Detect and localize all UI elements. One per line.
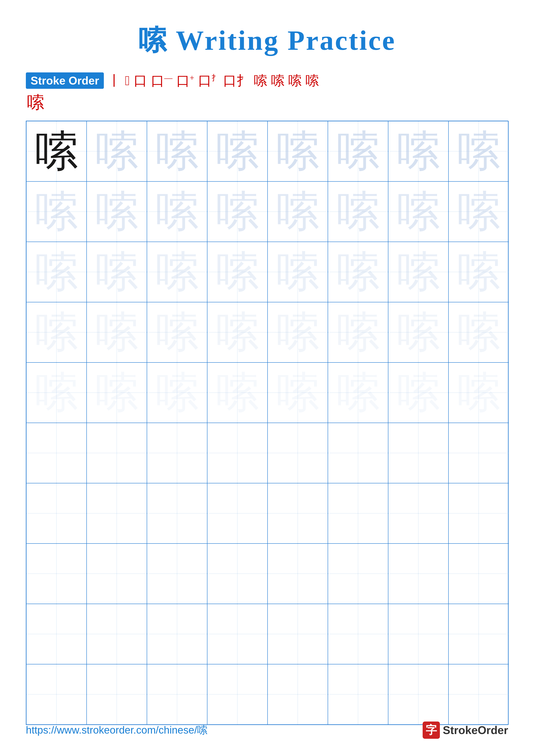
grid-cell-r6c1[interactable] [26,423,87,483]
grid-cell-r8c7[interactable] [388,544,448,604]
grid-cell-r6c3[interactable] [147,423,207,483]
grid-cell-r2c4[interactable]: 嗦 [207,181,267,242]
grid-cell-r4c7[interactable]: 嗦 [388,302,448,363]
grid-cell-r6c5[interactable] [267,423,328,483]
grid-cell-r9c1[interactable] [26,604,87,664]
grid-cell-r3c1[interactable]: 嗦 [26,242,87,302]
char-light: 嗦 [457,182,500,241]
grid-cell-r4c1[interactable]: 嗦 [26,302,87,363]
grid-cell-r7c3[interactable] [147,483,207,544]
grid-cell-r5c7[interactable]: 嗦 [388,363,448,423]
grid-cell-r9c8[interactable] [448,604,509,664]
grid-cell-r4c4[interactable]: 嗦 [207,302,267,363]
grid-cell-r3c5[interactable]: 嗦 [267,242,328,302]
footer: https://www.strokeorder.com/chinese/嗦 字 … [0,721,534,739]
char-light: 嗦 [95,303,138,362]
grid-cell-r10c4[interactable] [207,664,267,724]
grid-cell-r1c3[interactable]: 嗦 [147,121,207,181]
grid-cell-r1c7[interactable]: 嗦 [388,121,448,181]
grid-cell-r4c8[interactable]: 嗦 [448,302,509,363]
grid-cell-r5c4[interactable]: 嗦 [207,363,267,423]
grid-cell-r6c6[interactable] [328,423,388,483]
grid-cell-r5c2[interactable]: 嗦 [87,363,147,423]
grid-cell-r3c2[interactable]: 嗦 [87,242,147,302]
grid-cell-r9c5[interactable] [267,604,328,664]
grid-cell-r2c6[interactable]: 嗦 [328,181,388,242]
grid-cell-r4c3[interactable]: 嗦 [147,302,207,363]
char-light: 嗦 [337,303,380,362]
grid-cell-r6c2[interactable] [87,423,147,483]
grid-cell-r2c1[interactable]: 嗦 [26,181,87,242]
char-light: 嗦 [156,122,199,180]
grid-cell-r7c1[interactable] [26,483,87,544]
grid-cell-r8c6[interactable] [328,544,388,604]
grid-cell-r10c2[interactable] [87,664,147,724]
page-title: 嗦 Writing Practice [138,21,396,60]
char-light: 嗦 [457,122,500,180]
grid-cell-r10c3[interactable] [147,664,207,724]
char-light: 嗦 [216,243,259,301]
stroke-order-section: Stroke Order 丨 𠃍 口 口— 口+ 口扌 口扌 嗦 嗦 嗦 嗦 嗦 [26,72,508,114]
grid-cell-r9c3[interactable] [147,604,207,664]
grid-cell-r4c5[interactable]: 嗦 [267,302,328,363]
grid-cell-r1c8[interactable]: 嗦 [448,121,509,181]
grid-cell-r8c4[interactable] [207,544,267,604]
grid-cell-r7c4[interactable] [207,483,267,544]
grid-cell-r1c2[interactable]: 嗦 [87,121,147,181]
grid-cell-r1c4[interactable]: 嗦 [207,121,267,181]
grid-cell-r10c5[interactable] [267,664,328,724]
grid-cell-r2c7[interactable]: 嗦 [388,181,448,242]
grid-cell-r7c7[interactable] [388,483,448,544]
grid-cell-r1c5[interactable]: 嗦 [267,121,328,181]
grid-cell-r9c7[interactable] [388,604,448,664]
grid-cell-r10c7[interactable] [388,664,448,724]
grid-cell-r4c6[interactable]: 嗦 [328,302,388,363]
grid-cell-r8c2[interactable] [87,544,147,604]
grid-cell-r5c1[interactable]: 嗦 [26,363,87,423]
grid-cell-r3c4[interactable]: 嗦 [207,242,267,302]
grid-cell-r8c3[interactable] [147,544,207,604]
grid-cell-r10c6[interactable] [328,664,388,724]
grid-cell-r1c1[interactable]: 嗦 [26,121,87,181]
stroke-2: 𠃍 [125,74,130,87]
grid-cell-r8c1[interactable] [26,544,87,604]
char-light: 嗦 [397,364,440,422]
grid-cell-r7c5[interactable] [267,483,328,544]
grid-cell-r7c2[interactable] [87,483,147,544]
char-light: 嗦 [156,364,199,422]
grid-cell-r1c6[interactable]: 嗦 [328,121,388,181]
grid-cell-r6c7[interactable] [388,423,448,483]
char-dark: 嗦 [35,122,78,180]
grid-cell-r2c2[interactable]: 嗦 [87,181,147,242]
footer-url[interactable]: https://www.strokeorder.com/chinese/嗦 [26,723,207,737]
grid-cell-r6c8[interactable] [448,423,509,483]
grid-cell-r10c8[interactable] [448,664,509,724]
grid-cell-r7c8[interactable] [448,483,509,544]
grid-cell-r3c8[interactable]: 嗦 [448,242,509,302]
char-light: 嗦 [35,303,78,362]
grid-cell-r3c7[interactable]: 嗦 [388,242,448,302]
grid-cell-r5c5[interactable]: 嗦 [267,363,328,423]
grid-cell-r2c8[interactable]: 嗦 [448,181,509,242]
grid-cell-r7c6[interactable] [328,483,388,544]
practice-grid: 嗦 嗦 嗦 嗦 嗦 嗦 嗦 嗦 嗦 嗦 嗦 [26,121,508,725]
grid-cell-r2c5[interactable]: 嗦 [267,181,328,242]
char-light: 嗦 [216,182,259,241]
grid-cell-r9c6[interactable] [328,604,388,664]
grid-cell-r3c3[interactable]: 嗦 [147,242,207,302]
grid-cell-r2c3[interactable]: 嗦 [147,181,207,242]
char-light: 嗦 [397,303,440,362]
grid-cell-r8c5[interactable] [267,544,328,604]
grid-cell-r6c4[interactable] [207,423,267,483]
grid-cell-r8c8[interactable] [448,544,509,604]
char-light: 嗦 [337,364,380,422]
grid-cell-r5c6[interactable]: 嗦 [328,363,388,423]
grid-cell-r4c2[interactable]: 嗦 [87,302,147,363]
grid-cell-r5c8[interactable]: 嗦 [448,363,509,423]
grid-cell-r10c1[interactable] [26,664,87,724]
grid-cell-r3c6[interactable]: 嗦 [328,242,388,302]
grid-cell-r9c2[interactable] [87,604,147,664]
grid-cell-r5c3[interactable]: 嗦 [147,363,207,423]
char-light: 嗦 [457,303,500,362]
grid-cell-r9c4[interactable] [207,604,267,664]
